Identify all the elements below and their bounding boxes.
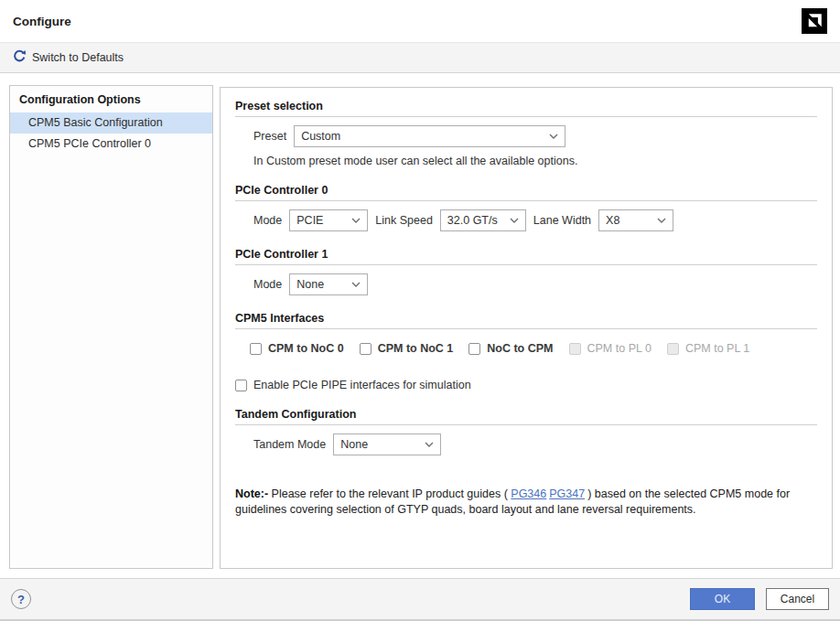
section-pcie-controller-0: PCIe Controller 0 Mode PCIE Link Speed 3… <box>235 184 817 231</box>
switch-to-defaults-label: Switch to Defaults <box>32 51 124 64</box>
ok-button[interactable]: OK <box>690 588 755 610</box>
link-pg346[interactable]: PG346 <box>511 487 546 500</box>
amd-logo-icon <box>802 8 827 34</box>
note-before-links: Please refer to the relevant IP product … <box>268 487 511 500</box>
configuration-options-panel: Configuration Options CPM5 Basic Configu… <box>9 85 213 569</box>
checkbox-box <box>569 343 581 355</box>
checkbox-label: CPM to NoC 0 <box>268 342 344 355</box>
checkbox-box <box>667 343 679 355</box>
pcie0-link-speed-select-value: 32.0 GT/s <box>447 214 498 227</box>
switch-to-defaults-button[interactable]: Switch to Defaults <box>7 47 129 69</box>
chevron-down-icon <box>510 218 519 223</box>
pcie0-lane-width-label: Lane Width <box>533 214 591 227</box>
footer-bar: ? OK Cancel <box>0 578 840 621</box>
section-preset-selection: Preset selection Preset Custom In Custom… <box>235 100 817 167</box>
sidebar-item-cpm5-basic-configuration[interactable]: CPM5 Basic Configuration <box>10 112 212 134</box>
checkbox-box <box>250 343 262 355</box>
title-bar: Configure <box>0 0 840 42</box>
pcie1-mode-label: Mode <box>253 278 282 291</box>
pcie0-link-speed-label: Link Speed <box>375 214 433 227</box>
tandem-mode-select-value: None <box>340 438 368 451</box>
section-heading: PCIe Controller 1 <box>235 248 817 265</box>
preset-label: Preset <box>253 130 286 143</box>
note-text: Note:- Please refer to the relevant IP p… <box>235 487 817 517</box>
configure-dialog: Configure Switch to Defaults Configurati… <box>0 0 840 621</box>
pcie0-mode-select[interactable]: PCIE <box>289 209 368 231</box>
sidebar-item-cpm5-pcie-controller-0[interactable]: CPM5 PCIe Controller 0 <box>10 134 212 155</box>
chevron-down-icon <box>425 442 434 447</box>
cancel-button[interactable]: Cancel <box>766 588 829 610</box>
checkbox-cpm-to-noc-1[interactable]: CPM to NoC 1 <box>360 342 454 355</box>
chevron-down-icon <box>657 218 666 223</box>
checkbox-label: CPM to PL 0 <box>587 342 652 355</box>
checkbox-box <box>468 343 480 355</box>
section-heading: PCIe Controller 0 <box>235 184 817 201</box>
pcie1-mode-select[interactable]: None <box>289 273 368 295</box>
tandem-mode-select[interactable]: None <box>333 434 441 455</box>
chevron-down-icon <box>351 282 361 287</box>
checkbox-noc-to-cpm[interactable]: NoC to CPM <box>468 342 553 355</box>
section-pcie-controller-1: PCIe Controller 1 Mode None <box>235 248 817 295</box>
chevron-down-icon <box>351 218 361 223</box>
pcie0-link-speed-select[interactable]: 32.0 GT/s <box>440 209 526 231</box>
checkbox-label: CPM to PL 1 <box>685 342 749 355</box>
refresh-icon <box>13 49 27 66</box>
section-cpm5-interfaces: CPM5 Interfaces CPM to NoC 0 CPM to NoC … <box>235 312 817 391</box>
preset-select-value: Custom <box>301 130 340 143</box>
checkbox-label: Enable PCIe PIPE interfaces for simulati… <box>253 379 471 391</box>
checkbox-cpm-to-pl-1: CPM to PL 1 <box>667 342 749 355</box>
chevron-down-icon <box>549 134 558 139</box>
sidebar-header: Configuration Options <box>10 86 212 112</box>
section-heading: CPM5 Interfaces <box>235 312 817 329</box>
preset-help-text: In Custom preset mode user can select al… <box>253 155 817 167</box>
note-bold: Note:- <box>235 487 268 500</box>
section-heading: Tandem Configuration <box>235 408 817 425</box>
pcie1-mode-select-value: None <box>296 278 324 291</box>
checkbox-box <box>235 380 247 391</box>
pcie0-lane-width-select-value: X8 <box>606 214 619 227</box>
checkbox-cpm-to-noc-0[interactable]: CPM to NoC 0 <box>250 342 344 355</box>
help-button[interactable]: ? <box>11 589 31 609</box>
checkbox-enable-pcie-pipe[interactable]: Enable PCIe PIPE interfaces for simulati… <box>235 379 471 391</box>
checkbox-label: NoC to CPM <box>487 342 553 355</box>
pcie0-lane-width-select[interactable]: X8 <box>598 209 673 231</box>
checkbox-cpm-to-pl-0: CPM to PL 0 <box>569 342 652 355</box>
pcie0-mode-label: Mode <box>253 214 282 227</box>
section-tandem-configuration: Tandem Configuration Tandem Mode None <box>235 408 817 455</box>
tandem-mode-label: Tandem Mode <box>253 438 326 451</box>
checkbox-box <box>360 343 372 355</box>
section-heading: Preset selection <box>235 100 817 117</box>
settings-panel: Preset selection Preset Custom In Custom… <box>220 87 833 569</box>
dialog-title: Configure <box>13 15 71 28</box>
pcie0-mode-select-value: PCIE <box>296 214 323 227</box>
content-area: Configuration Options CPM5 Basic Configu… <box>0 73 840 578</box>
footer-actions: OK Cancel <box>690 588 829 610</box>
preset-select[interactable]: Custom <box>294 125 565 147</box>
link-pg347[interactable]: PG347 <box>549 487 585 500</box>
checkbox-label: CPM to NoC 1 <box>378 342 454 355</box>
toolbar: Switch to Defaults <box>0 42 840 73</box>
